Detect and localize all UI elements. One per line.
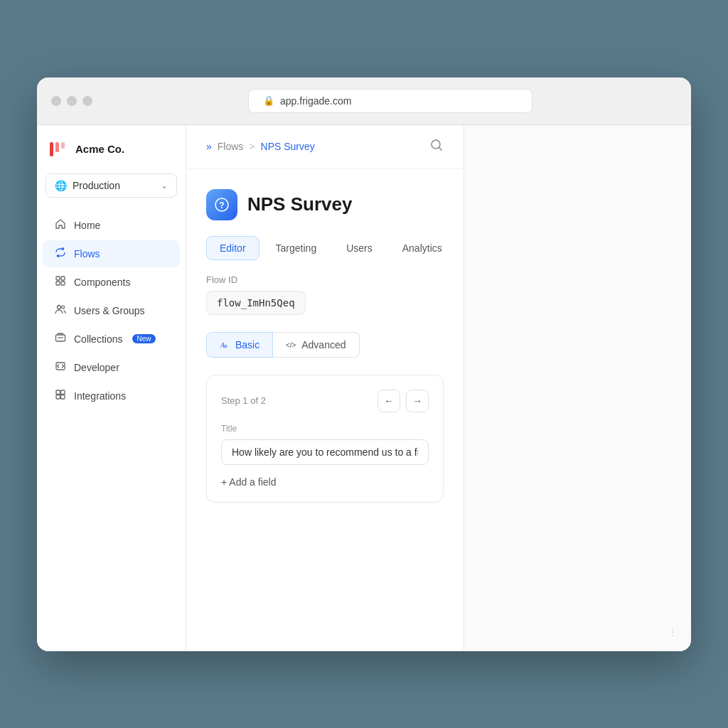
svg-rect-0 [50,142,53,156]
collections-badge: New [132,334,155,343]
title-field-label: Title [221,424,429,434]
developer-icon [54,360,67,375]
flows-label: Flows [74,248,100,259]
step-next-button[interactable]: → [406,390,429,412]
svg-text:</>: </> [286,341,296,349]
content-area: Flow ID flow_ImHn5Qeq Aa Basic </> Advan… [186,274,464,534]
company-name: Acme Co. [75,143,124,155]
step-header: Step 1 of 2 ← → [221,390,429,412]
main-content: » Flows > NPS Survey ? NPS Survey [186,125,464,651]
tab-analytics[interactable]: Analytics [389,236,456,260]
sidebar-item-components[interactable]: Components [43,269,180,296]
sidebar-logo: Acme Co. [37,139,186,173]
globe-icon: 🌐 [55,180,67,191]
step-editor: Step 1 of 2 ← → Title + Add a field [206,375,444,503]
sidebar-item-flows[interactable]: Flows [43,240,180,267]
page-title: NPS Survey [247,193,352,215]
address-bar-container: 🔒 app.frigade.com [104,89,677,113]
svg-rect-13 [61,390,65,395]
toggle-basic[interactable]: Aa Basic [206,332,273,358]
home-label: Home [74,220,100,231]
users-icon [54,304,67,318]
svg-rect-1 [55,142,59,152]
basic-label: Basic [235,339,259,350]
developer-label: Developer [74,362,119,373]
basic-advanced-toggle: Aa Basic </> Advanced [206,332,444,358]
advanced-label: Advanced [301,339,346,350]
browser-dots [51,96,92,106]
flow-id-label: Flow ID [206,274,444,285]
right-panel: ⋮ [464,125,691,651]
frigade-logo-icon [48,139,68,159]
collections-icon [54,332,67,346]
integrations-label: Integrations [74,390,126,402]
svg-rect-4 [61,277,65,280]
tab-targeting[interactable]: Targeting [262,236,331,260]
svg-rect-12 [56,390,60,395]
svg-point-7 [58,305,61,309]
add-field-label: + Add a field [221,476,276,488]
svg-point-8 [62,306,65,309]
svg-rect-3 [56,277,60,280]
toggle-advanced[interactable]: </> Advanced [273,332,359,358]
svg-text:a: a [224,343,228,349]
environment-label: Production [73,180,155,191]
svg-rect-6 [61,282,65,285]
sidebar-item-integrations[interactable]: Integrations [43,382,180,410]
page-tabs: Editor Targeting Users Analytics [206,236,444,260]
resize-handle: ⋮ [668,627,677,637]
breadcrumb-arrows: » [206,141,212,152]
environment-selector[interactable]: 🌐 Production ⌄ [46,173,177,198]
address-text: app.frigade.com [280,95,351,107]
collections-label: Collections [74,333,122,345]
svg-rect-2 [61,142,65,149]
browser-chrome: 🔒 app.frigade.com [37,77,691,125]
step-prev-button[interactable]: ← [378,390,400,412]
dot-green [82,96,92,106]
integrations-icon [54,389,67,403]
search-button[interactable] [429,138,444,156]
breadcrumb-parent[interactable]: Flows [218,141,244,152]
dot-yellow [67,96,77,106]
app-layout: Acme Co. 🌐 Production ⌄ Home [37,125,691,651]
svg-rect-14 [56,395,60,399]
breadcrumb: » Flows > NPS Survey [206,141,315,152]
lock-icon: 🔒 [263,95,274,106]
sidebar-nav: Home Flows Components [37,212,186,410]
tab-users[interactable]: Users [333,236,386,260]
top-bar: » Flows > NPS Survey [186,125,464,169]
flows-icon [54,247,67,261]
breadcrumb-separator: > [249,141,255,152]
sidebar-item-collections[interactable]: Collections New [43,326,180,353]
page-header: ? NPS Survey Editor Targeting Users Anal… [186,169,464,274]
sidebar-item-users-groups[interactable]: Users & Groups [43,297,180,324]
svg-text:?: ? [219,200,224,210]
components-label: Components [74,277,130,288]
users-groups-label: Users & Groups [74,305,145,316]
sidebar-item-home[interactable]: Home [43,212,180,239]
flow-icon: ? [206,189,237,220]
sidebar-item-developer[interactable]: Developer [43,354,180,381]
dot-red [51,96,61,106]
address-bar[interactable]: 🔒 app.frigade.com [248,89,532,113]
svg-rect-15 [61,395,65,399]
components-icon [54,275,67,289]
sidebar: Acme Co. 🌐 Production ⌄ Home [37,125,186,651]
breadcrumb-current: NPS Survey [261,141,315,152]
page-title-row: ? NPS Survey [206,189,444,220]
chevron-icon: ⌄ [161,181,168,191]
step-navigation: ← → [378,390,429,412]
flow-id-section: Flow ID flow_ImHn5Qeq [206,274,444,315]
flow-id-value: flow_ImHn5Qeq [206,291,306,315]
svg-rect-5 [56,282,60,285]
tab-editor[interactable]: Editor [206,236,259,260]
step-label: Step 1 of 2 [221,395,266,406]
home-icon [54,218,67,232]
title-input[interactable] [221,439,429,465]
add-field-button[interactable]: + Add a field [221,476,276,488]
